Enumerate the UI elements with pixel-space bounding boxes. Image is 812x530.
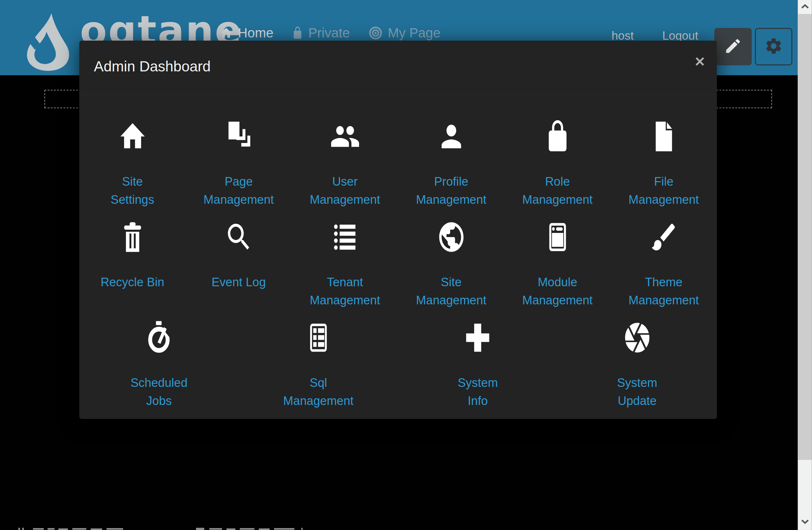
nav-label: Home <box>238 25 273 41</box>
tile-file-management[interactable]: FileManagement <box>611 104 717 205</box>
settings-button[interactable] <box>755 28 792 66</box>
nav-item-my-page[interactable]: My Page <box>368 25 440 41</box>
edit-mode-button[interactable] <box>714 28 752 66</box>
nav-item-private[interactable]: Private <box>292 25 350 41</box>
users-icon <box>292 119 398 154</box>
tile-label: ScheduledJobs <box>79 374 239 410</box>
droplet-logo-icon <box>20 12 76 74</box>
pages-icon <box>186 119 292 154</box>
vertical-scrollbar[interactable] <box>798 0 812 530</box>
tile-scheduled-jobs[interactable]: ScheduledJobs <box>79 305 239 406</box>
nav-label: Private <box>308 25 350 41</box>
chevron-up-icon <box>801 3 810 11</box>
tile-recycle-bin[interactable]: Recycle Bin <box>79 205 186 305</box>
modal-title: Admin Dashboard <box>94 58 211 75</box>
tile-role-management[interactable]: RoleManagement <box>504 104 611 205</box>
person-icon <box>398 119 504 154</box>
tile-system-update[interactable]: SystemUpdate <box>557 305 717 406</box>
modal-body: SiteSettings PageManagement <box>79 95 717 406</box>
search-icon <box>186 219 292 255</box>
tile-label: ProfileManagement <box>398 173 504 209</box>
plus-icon <box>398 320 557 356</box>
brush-icon <box>611 219 717 255</box>
scrollbar-thumb[interactable] <box>798 14 812 460</box>
lock-icon <box>292 26 303 40</box>
tile-label: RoleManagement <box>504 173 611 209</box>
modal-header: Admin Dashboard ✕ <box>79 41 717 95</box>
scrollbar-down-button[interactable] <box>798 516 812 529</box>
tile-label: ModuleManagement <box>504 273 611 310</box>
tile-theme-management[interactable]: ThemeManagement <box>611 205 717 305</box>
tile-user-management[interactable]: UserManagement <box>292 104 398 205</box>
globe-icon <box>398 219 504 255</box>
tiles-row-2: Recycle Bin Event Log <box>79 205 717 305</box>
scrollbar-up-button[interactable] <box>798 0 812 14</box>
tile-module-management[interactable]: ModuleManagement <box>504 205 611 305</box>
tile-profile-management[interactable]: ProfileManagement <box>398 104 504 205</box>
tile-label: Recycle Bin <box>79 273 186 291</box>
tile-label: Event Log <box>186 273 292 291</box>
trash-icon <box>79 219 186 255</box>
aperture-icon <box>557 320 717 356</box>
tile-label: SiteManagement <box>398 273 504 310</box>
lock-icon <box>504 119 611 154</box>
tiles-row-3: ScheduledJobs SqlManageme <box>79 305 717 406</box>
admin-dashboard-modal: Admin Dashboard ✕ SiteSettings <box>79 41 717 419</box>
tile-label: SiteSettings <box>79 173 186 209</box>
tile-label: SystemUpdate <box>557 374 717 410</box>
nav-item-home[interactable]: Home <box>219 25 273 41</box>
tile-page-management[interactable]: PageManagement <box>186 104 292 205</box>
tile-system-info[interactable]: SystemInfo <box>398 305 557 406</box>
tile-site-settings[interactable]: SiteSettings <box>79 104 186 205</box>
list-icon <box>292 219 398 255</box>
file-icon <box>611 119 717 154</box>
nav-label: My Page <box>388 25 440 41</box>
window-icon <box>504 219 611 255</box>
tile-label: TenantManagement <box>292 273 398 310</box>
tile-event-log[interactable]: Event Log <box>186 205 292 305</box>
tile-label: UserManagement <box>292 173 398 209</box>
main-nav: Home Private My Page <box>219 25 459 41</box>
tile-label: ThemeManagement <box>611 273 717 310</box>
target-icon <box>368 26 383 40</box>
timer-icon <box>79 320 239 356</box>
tile-label: FileManagement <box>611 173 717 209</box>
tile-sql-management[interactable]: SqlManagement <box>239 305 398 406</box>
close-icon[interactable]: ✕ <box>694 55 706 69</box>
home-icon <box>79 119 186 154</box>
brand-logo[interactable]: oqtane <box>20 12 76 74</box>
tile-label: SqlManagement <box>239 374 398 410</box>
gear-icon <box>764 37 783 57</box>
tile-label: PageManagement <box>186 173 292 209</box>
home-icon <box>219 26 233 40</box>
tile-site-management[interactable]: SiteManagement <box>398 205 504 305</box>
tile-tenant-management[interactable]: TenantManagement <box>292 205 398 305</box>
screen: oqtane Home Private <box>0 0 812 530</box>
table-icon <box>239 320 398 356</box>
tile-label: SystemInfo <box>398 374 557 410</box>
pencil-icon <box>724 37 742 57</box>
chevron-down-icon <box>801 519 810 526</box>
tiles-row-1: SiteSettings PageManagement <box>79 104 717 205</box>
